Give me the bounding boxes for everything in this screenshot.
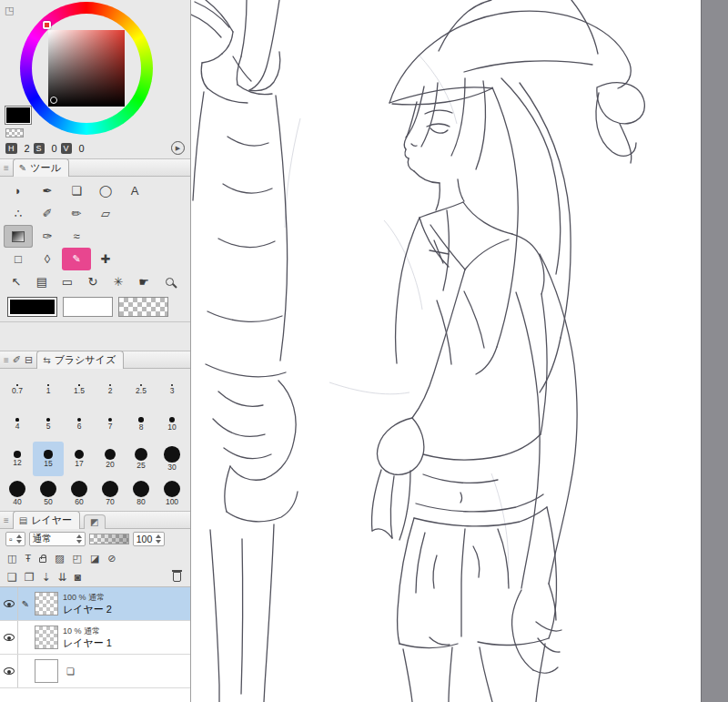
brush-cell[interactable]: 17: [64, 442, 95, 476]
delete-layer-icon[interactable]: [173, 572, 181, 582]
tool-pencil[interactable]: ✏: [62, 202, 91, 225]
lock-layer-icon[interactable]: [39, 557, 46, 563]
transparent-color-chip[interactable]: [5, 128, 24, 137]
create-mask-icon[interactable]: ◙: [75, 571, 81, 584]
stroke-settings-icon[interactable]: ⊟: [25, 354, 33, 366]
drawing-canvas[interactable]: [191, 0, 701, 702]
tool-balloon[interactable]: ❏: [62, 179, 91, 202]
brush-cell[interactable]: 100: [157, 476, 187, 511]
paper-layer-thumbnail[interactable]: [35, 659, 58, 683]
reference-layer-icon[interactable]: ⊘: [107, 553, 116, 565]
tool-blend[interactable]: ≈: [62, 225, 91, 248]
brush-cell[interactable]: 25: [126, 442, 157, 476]
tool-marker[interactable]: ✐: [33, 202, 62, 225]
tool-figure[interactable]: □: [4, 248, 33, 270]
tool-canvas-size[interactable]: ▭: [55, 270, 80, 293]
tool-gradient-map[interactable]: ▤: [29, 270, 55, 293]
tab-layers[interactable]: ▤ レイヤー: [13, 511, 80, 529]
brush-cell[interactable]: 2: [95, 372, 126, 407]
brush-cell[interactable]: 5: [33, 407, 64, 442]
transfer-down-icon[interactable]: ⇣: [42, 571, 51, 584]
foreground-color-swatch[interactable]: [5, 106, 32, 125]
merge-down-icon[interactable]: ⇊: [58, 571, 67, 584]
layer-row-2[interactable]: ✎ 100 % 通常 レイヤー 2: [0, 587, 190, 621]
main-color-black-swatch[interactable]: [7, 297, 57, 317]
tool-eraser[interactable]: ▱: [91, 202, 120, 225]
layer-row-1[interactable]: 10 % 通常 レイヤー 1: [0, 621, 190, 655]
value-toggle[interactable]: V: [61, 143, 72, 154]
tool-blob-brush[interactable]: ◗: [4, 179, 33, 202]
opacity-slider[interactable]: [89, 534, 129, 544]
brush-cell[interactable]: 50: [33, 476, 64, 511]
brush-cell[interactable]: 3: [157, 372, 187, 407]
brush-cell[interactable]: 0.7: [2, 372, 33, 407]
tool-ellipse-select[interactable]: ◯: [91, 179, 120, 202]
brush-cell[interactable]: 1: [33, 372, 64, 407]
new-layer-icon[interactable]: ❑: [7, 571, 17, 584]
tool-droplet[interactable]: ◊: [33, 248, 62, 270]
brush-tip-icon[interactable]: ✐: [13, 354, 21, 366]
brush-cell[interactable]: 12: [2, 442, 33, 476]
brush-cell[interactable]: 4: [2, 407, 33, 442]
tool-hand[interactable]: ☛: [131, 270, 157, 293]
tab-layer-property[interactable]: ◩: [84, 514, 105, 529]
saturation-value-square[interactable]: [48, 30, 125, 107]
lock-transparent-icon[interactable]: ▨: [55, 553, 64, 565]
panel-grip-icon[interactable]: ≡: [4, 515, 9, 525]
tool-move[interactable]: ✚: [91, 248, 120, 270]
tool-sparkle[interactable]: ✳: [106, 270, 131, 293]
brush-dot-icon: [75, 450, 84, 459]
hue-toggle[interactable]: H: [5, 143, 17, 154]
panel-grip-icon[interactable]: ≡: [4, 355, 9, 365]
enable-mask-icon[interactable]: ◰: [73, 553, 82, 565]
opacity-stepper[interactable]: 100: [133, 532, 166, 546]
layer-name[interactable]: レイヤー 2: [63, 604, 112, 615]
new-folder-icon[interactable]: ❐: [25, 571, 35, 584]
tool-airbrush[interactable]: ∴: [4, 202, 33, 225]
sv-marker[interactable]: [50, 97, 57, 104]
clip-at-layer-icon[interactable]: ◫: [7, 553, 16, 565]
layer-thumbnail[interactable]: [35, 626, 58, 649]
panel-corner-icon[interactable]: ◳: [5, 5, 14, 16]
layer-thumbnail[interactable]: [35, 592, 58, 616]
sub-color-white-swatch[interactable]: [63, 297, 113, 317]
tool-object[interactable]: ↖: [4, 270, 29, 293]
brush-cell[interactable]: 80: [126, 476, 157, 511]
layer-row-paper[interactable]: ❏: [0, 655, 190, 688]
draw-on-layer-icon[interactable]: Ŧ: [25, 553, 31, 564]
brush-cell[interactable]: 1.5: [64, 372, 95, 407]
transparent-swatch[interactable]: [118, 297, 168, 317]
tool-zoom[interactable]: [157, 270, 182, 293]
tab-tools[interactable]: ✎ ツール: [13, 158, 69, 177]
saturation-toggle[interactable]: S: [34, 143, 45, 154]
panel-grip-icon[interactable]: ≡: [4, 163, 9, 173]
layer-palette-combo[interactable]: ▫: [5, 532, 25, 546]
visibility-cell[interactable]: [0, 621, 18, 654]
brush-cell[interactable]: 2.5: [126, 372, 157, 407]
blend-mode-dropdown[interactable]: 通常: [29, 532, 86, 546]
color-wheel[interactable]: [20, 2, 153, 135]
brush-cell[interactable]: 10: [157, 407, 187, 442]
brush-cell[interactable]: 40: [2, 476, 33, 511]
brush-cell[interactable]: 30: [157, 442, 187, 476]
brush-cell[interactable]: 6: [64, 407, 95, 442]
brush-cell[interactable]: 20: [95, 442, 126, 476]
tool-brush[interactable]: ✑: [33, 225, 62, 248]
ruler-icon[interactable]: ◪: [90, 553, 99, 565]
tab-brush-size[interactable]: ⇆ ブラシサイズ: [36, 351, 124, 369]
brush-cell[interactable]: 60: [64, 476, 95, 511]
brush-cell[interactable]: 7: [95, 407, 126, 442]
tool-rotate[interactable]: ↻: [80, 270, 106, 293]
color-history-icon[interactable]: ▶: [171, 141, 185, 155]
brush-cell[interactable]: 70: [95, 476, 126, 511]
visibility-cell[interactable]: [0, 587, 18, 620]
brush-cell[interactable]: 8: [126, 407, 157, 442]
tool-gradient[interactable]: [4, 225, 33, 248]
hue-marker[interactable]: [43, 21, 51, 29]
brush-cell[interactable]: 15: [33, 442, 64, 476]
visibility-cell[interactable]: [0, 655, 18, 687]
tool-decoration[interactable]: ✎: [62, 248, 91, 270]
tool-text[interactable]: A: [120, 179, 149, 202]
tool-dip-pen[interactable]: ✒: [33, 179, 62, 202]
layer-name[interactable]: レイヤー 1: [63, 637, 112, 648]
